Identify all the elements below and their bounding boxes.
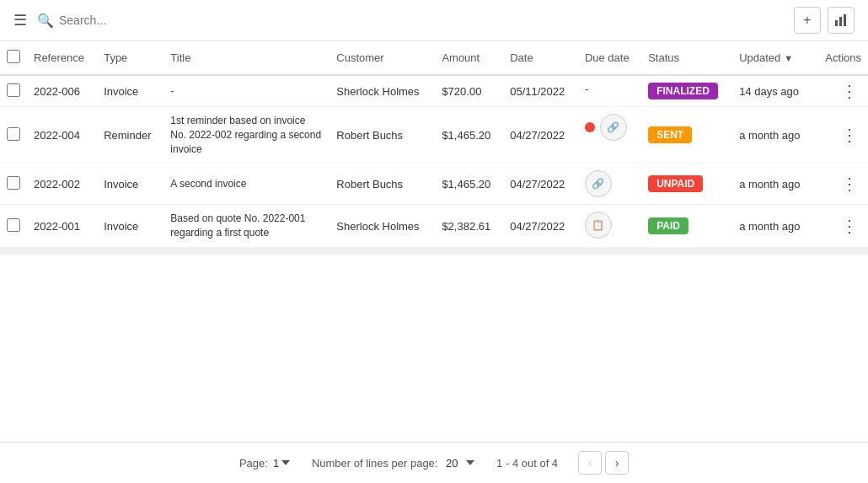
link-icon-button[interactable]: 🔗 — [600, 114, 627, 141]
row-customer: Sherlock Holmes — [330, 75, 435, 107]
next-page-button[interactable]: › — [605, 451, 629, 475]
svg-rect-0 — [835, 20, 838, 26]
row-updated: 14 days ago — [732, 75, 814, 107]
topbar: ☰ 🔍 + — [0, 0, 868, 41]
row-title: A second invoice — [163, 164, 330, 205]
row-title: - — [163, 75, 330, 107]
svg-rect-1 — [839, 17, 842, 26]
select-all-header[interactable] — [0, 41, 27, 75]
table-row: 2022-004Reminder1st reminder based on in… — [0, 107, 868, 164]
overdue-dot — [585, 122, 595, 132]
row-status: UNPAID — [641, 164, 732, 205]
row-updated: a month ago — [732, 205, 814, 248]
search-input[interactable] — [59, 13, 228, 27]
page-select[interactable]: 1 — [273, 457, 292, 470]
row-type: Reminder — [97, 107, 163, 164]
row-status: PAID — [641, 205, 732, 248]
row-customer: Robert Buchs — [330, 164, 435, 205]
prev-page-button[interactable]: ‹ — [578, 451, 602, 475]
row-amount: $1,465.20 — [435, 107, 503, 164]
row-amount: $1,465.20 — [435, 164, 503, 205]
col-status: Status — [641, 41, 732, 75]
more-actions-button[interactable]: ⋮ — [838, 83, 861, 99]
table-row: 2022-001InvoiceBased on quote No. 2022-0… — [0, 205, 868, 248]
count-label: 1 - 4 out of 4 — [496, 457, 558, 470]
row-checkbox[interactable] — [7, 218, 20, 232]
row-checkbox[interactable] — [7, 176, 20, 190]
status-badge: UNPAID — [648, 175, 703, 192]
col-reference: Reference — [27, 41, 97, 75]
row-date: 04/27/2022 — [503, 205, 578, 248]
table-row: 2022-002InvoiceA second invoiceRobert Bu… — [0, 164, 868, 205]
footer-lines: Number of lines per page: 20 50 100 — [312, 457, 476, 470]
row-due-date: - — [578, 76, 641, 102]
table-wrap: Reference Type Title Customer Amount Dat… — [0, 41, 868, 442]
row-updated: a month ago — [732, 107, 814, 164]
row-due-date: 📋 — [578, 205, 641, 245]
footer-nav: ‹ › — [578, 451, 629, 475]
menu-icon[interactable]: ☰ — [13, 11, 27, 30]
col-type: Type — [97, 41, 163, 75]
row-checkbox-cell[interactable] — [0, 205, 27, 248]
row-amount: $720.00 — [435, 75, 503, 107]
more-actions-button[interactable]: ⋮ — [838, 217, 861, 234]
col-actions: Actions — [814, 41, 868, 75]
row-customer: Robert Buchs — [330, 107, 435, 164]
footer: Page: 1 Number of lines per page: 20 50 … — [0, 442, 868, 483]
row-date: 05/11/2022 — [503, 75, 578, 107]
row-date: 04/27/2022 — [503, 107, 578, 164]
table-header-row: Reference Type Title Customer Amount Dat… — [0, 41, 868, 75]
row-actions: ⋮ — [814, 164, 868, 205]
add-button[interactable]: + — [794, 7, 821, 34]
more-actions-button[interactable]: ⋮ — [838, 126, 861, 143]
col-title: Title — [163, 41, 330, 75]
page-label: Page: — [239, 457, 268, 470]
search-icon: 🔍 — [37, 13, 54, 29]
row-date: 04/27/2022 — [503, 164, 578, 205]
row-title: Based on quote No. 2022-001 regarding a … — [163, 205, 330, 248]
row-reference: 2022-001 — [27, 205, 97, 248]
table-body: 2022-006Invoice-Sherlock Holmes$720.0005… — [0, 75, 868, 247]
copy-icon-button[interactable]: 📋 — [585, 212, 612, 239]
sort-icon: ▼ — [784, 53, 793, 63]
lines-select[interactable]: 20 50 100 — [446, 457, 476, 470]
table-row: 2022-006Invoice-Sherlock Holmes$720.0005… — [0, 75, 868, 107]
horizontal-scrollbar[interactable] — [0, 248, 868, 255]
row-checkbox-cell[interactable] — [0, 164, 27, 205]
footer-page: Page: 1 — [239, 457, 292, 470]
row-amount: $2,382.61 — [435, 205, 503, 248]
row-checkbox-cell[interactable] — [0, 75, 27, 107]
more-actions-button[interactable]: ⋮ — [838, 175, 861, 192]
footer-count: 1 - 4 out of 4 — [496, 457, 558, 470]
row-actions: ⋮ — [814, 205, 868, 248]
svg-rect-2 — [844, 14, 846, 26]
col-amount: Amount — [435, 41, 503, 75]
row-type: Invoice — [97, 164, 163, 205]
row-checkbox[interactable] — [7, 127, 20, 141]
row-reference: 2022-004 — [27, 107, 97, 164]
invoices-table: Reference Type Title Customer Amount Dat… — [0, 41, 868, 248]
updated-label: Updated — [739, 51, 780, 64]
row-reference: 2022-006 — [27, 75, 97, 107]
select-all-checkbox[interactable] — [7, 50, 20, 63]
lines-label: Number of lines per page: — [312, 457, 438, 470]
row-customer: Sherlock Holmes — [330, 205, 435, 248]
col-due-date: Due date — [578, 41, 641, 75]
col-customer: Customer — [330, 41, 435, 75]
row-actions: ⋮ — [814, 75, 868, 107]
status-badge: PAID — [648, 217, 689, 234]
row-updated: a month ago — [732, 164, 814, 205]
link-icon-button[interactable]: 🔗 — [585, 170, 612, 197]
row-type: Invoice — [97, 205, 163, 248]
chart-button[interactable] — [828, 7, 855, 34]
col-updated[interactable]: Updated ▼ — [732, 41, 814, 75]
status-badge: FINALIZED — [648, 83, 718, 99]
row-status: SENT — [641, 107, 732, 164]
row-title: 1st reminder based on invoice No. 2022-0… — [163, 107, 330, 164]
row-due-date: 🔗 — [578, 107, 641, 148]
row-checkbox-cell[interactable] — [0, 107, 27, 164]
row-checkbox[interactable] — [7, 83, 20, 97]
topbar-actions: + — [794, 7, 855, 34]
status-badge: SENT — [648, 126, 692, 143]
row-status: FINALIZED — [641, 75, 732, 107]
